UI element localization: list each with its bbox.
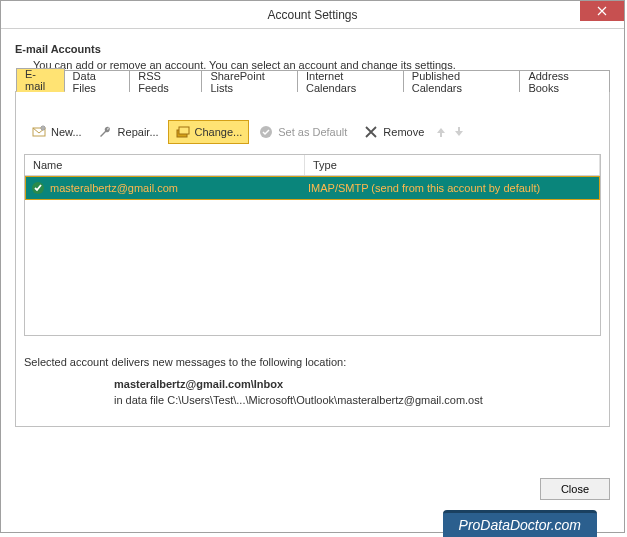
window-close-button[interactable] <box>580 1 624 21</box>
delivery-label: Selected account delivers new messages t… <box>24 356 601 368</box>
footer: Close <box>540 478 610 500</box>
move-up-button <box>433 124 449 140</box>
new-label: New... <box>51 126 82 138</box>
window-title: Account Settings <box>267 8 357 22</box>
tab-rss-feeds[interactable]: RSS Feeds <box>129 70 202 92</box>
new-icon <box>31 124 47 140</box>
account-type: IMAP/SMTP (send from this account by def… <box>308 182 595 194</box>
tabs-container: E-mail Data Files RSS Feeds SharePoint L… <box>15 91 610 427</box>
content-area: E-mail Accounts You can add or remove an… <box>1 29 624 427</box>
tabs-row: E-mail Data Files RSS Feeds SharePoint L… <box>16 70 609 92</box>
set-default-button: Set as Default <box>251 120 354 144</box>
list-header: Name Type <box>25 155 600 176</box>
repair-label: Repair... <box>118 126 159 138</box>
accounts-list: Name Type masteralbertz@gmail.com IMAP/S… <box>24 154 601 336</box>
header-section: E-mail Accounts You can add or remove an… <box>15 43 610 71</box>
delivery-path: in data file C:\Users\Test\...\Microsoft… <box>114 394 601 406</box>
tab-email[interactable]: E-mail <box>16 68 65 92</box>
tab-address-books[interactable]: Address Books <box>519 70 610 92</box>
close-icon <box>597 6 607 16</box>
column-header-name[interactable]: Name <box>25 155 305 175</box>
account-name: masteralbertz@gmail.com <box>50 182 308 194</box>
remove-label: Remove <box>383 126 424 138</box>
remove-button[interactable]: Remove <box>356 120 431 144</box>
check-circle-icon <box>258 124 274 140</box>
titlebar: Account Settings <box>1 1 624 29</box>
watermark: ProDataDoctor.com <box>443 510 597 537</box>
tab-data-files[interactable]: Data Files <box>64 70 131 92</box>
account-settings-window: Account Settings E-mail Accounts You can… <box>0 0 625 533</box>
tab-sharepoint-lists[interactable]: SharePoint Lists <box>201 70 298 92</box>
repair-icon <box>98 124 114 140</box>
tab-published-calendars[interactable]: Published Calendars <box>403 70 521 92</box>
header-title: E-mail Accounts <box>15 43 610 55</box>
change-button[interactable]: Change... <box>168 120 250 144</box>
set-default-label: Set as Default <box>278 126 347 138</box>
arrow-up-icon <box>435 126 447 138</box>
change-label: Change... <box>195 126 243 138</box>
default-account-icon <box>30 180 46 196</box>
account-row[interactable]: masteralbertz@gmail.com IMAP/SMTP (send … <box>25 176 600 200</box>
change-icon <box>175 124 191 140</box>
svg-rect-3 <box>179 127 189 134</box>
arrow-down-icon <box>453 126 465 138</box>
move-down-button <box>451 124 467 140</box>
column-header-type[interactable]: Type <box>305 155 600 175</box>
close-button[interactable]: Close <box>540 478 610 500</box>
remove-icon <box>363 124 379 140</box>
delivery-section: Selected account delivers new messages t… <box>16 344 609 426</box>
toolbar: New... Repair... Change... <box>16 114 609 150</box>
tab-internet-calendars[interactable]: Internet Calendars <box>297 70 404 92</box>
repair-button[interactable]: Repair... <box>91 120 166 144</box>
delivery-location: masteralbertz@gmail.com\Inbox <box>114 378 601 390</box>
new-button[interactable]: New... <box>24 120 89 144</box>
